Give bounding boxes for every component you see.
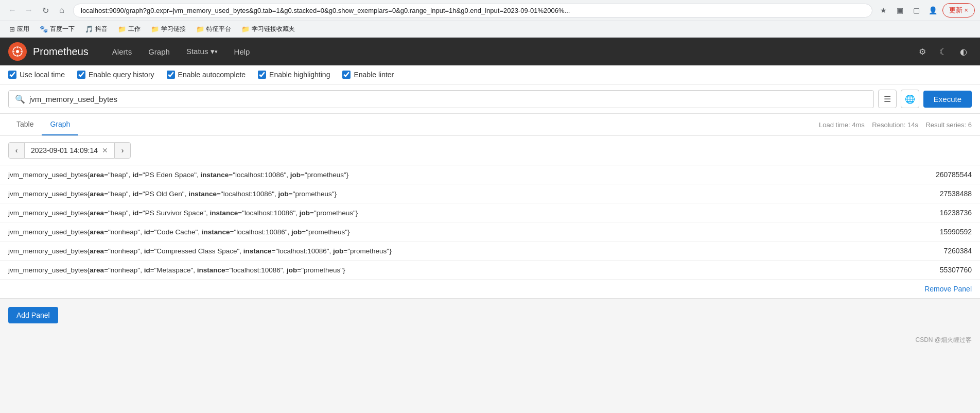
bookmark-feature-platform-label: 特征平台	[206, 25, 231, 33]
bookmarks-bar: ⊞ 应用 🐾 百度一下 🎵 抖音 📁 工作 📁 学习链接 📁 特征平台 📁 学习…	[0, 21, 980, 38]
checkbox-use-local-time[interactable]	[8, 71, 16, 79]
reload-button[interactable]: ↻	[38, 3, 52, 18]
screenshot-button[interactable]: ▢	[909, 3, 924, 18]
time-clear-button[interactable]: ✕	[102, 146, 108, 154]
back-button[interactable]: ←	[5, 3, 20, 18]
browser-chrome: ← → ↻ ⌂ localhost:9090/graph?g0.expr=jvm…	[0, 0, 980, 21]
bookmark-work-label: 工作	[128, 25, 141, 33]
label-highlighting: Enable highlighting	[269, 71, 330, 79]
prom-logo-icon	[8, 42, 27, 61]
query-input-wrap: 🔍	[8, 90, 874, 108]
query-input[interactable]	[29, 95, 867, 104]
label-use-local-time: Use local time	[20, 71, 65, 79]
bookmark-study-collection[interactable]: 📁 学习链接收藏夹	[237, 23, 299, 35]
search-icon: 🔍	[15, 94, 25, 104]
settings-icon-btn[interactable]: ⚙	[914, 43, 931, 60]
forward-button[interactable]: →	[22, 3, 36, 18]
nav-link-alerts[interactable]: Alerts	[104, 38, 140, 65]
nav-link-graph[interactable]: Graph	[140, 38, 178, 65]
table-row: jvm_memory_used_bytes{area="nonheap", id…	[0, 222, 980, 242]
browser-actions: ★ ▣ ▢ 👤 更新 ×	[877, 3, 975, 18]
checkbox-linter[interactable]	[342, 71, 351, 79]
table-row: jvm_memory_used_bytes{area="heap", id="P…	[0, 184, 980, 203]
metric-label: jvm_memory_used_bytes{area="nonheap", id…	[8, 247, 910, 255]
option-use-local-time[interactable]: Use local time	[8, 71, 65, 79]
metric-name: jvm_memory_used_bytes	[8, 209, 87, 217]
checkbox-autocomplete[interactable]	[167, 71, 175, 79]
remove-panel-link[interactable]: Remove Panel	[0, 280, 980, 298]
bookmark-star-button[interactable]: ★	[877, 3, 891, 18]
tab-table[interactable]: Table	[8, 114, 42, 135]
folder-icon-collection: 📁	[241, 25, 250, 33]
apps-icon: ⊞	[9, 25, 15, 33]
home-button[interactable]: ⌂	[55, 3, 69, 18]
add-panel-section: Add Panel	[0, 298, 980, 332]
metric-name: jvm_memory_used_bytes	[8, 171, 87, 179]
tabs-left: Table Graph	[8, 114, 78, 135]
footer-text: CSDN @烟火缠过客	[915, 336, 972, 343]
metric-value: 27538488	[910, 190, 972, 198]
metric-value: 15990592	[910, 228, 972, 236]
folder-icon-feature: 📁	[196, 25, 204, 33]
nav-link-status[interactable]: Status ▾	[178, 38, 226, 65]
option-autocomplete[interactable]: Enable autocomplete	[167, 71, 246, 79]
prometheus-svg-icon	[12, 46, 23, 57]
prom-logo: Prometheus	[8, 42, 89, 61]
tab-graph[interactable]: Graph	[42, 114, 78, 135]
data-rows-container: jvm_memory_used_bytes{area="heap", id="P…	[0, 165, 980, 280]
time-nav: ‹ 2023-09-01 14:09:14 ✕ ›	[0, 136, 980, 165]
results-area: Table Graph Load time: 4ms Resolution: 1…	[0, 114, 980, 298]
table-row: jvm_memory_used_bytes{area="heap", id="P…	[0, 203, 980, 222]
bookmark-apps-label: 应用	[17, 25, 29, 33]
table-row: jvm_memory_used_bytes{area="nonheap", id…	[0, 242, 980, 261]
bookmark-apps[interactable]: ⊞ 应用	[5, 23, 33, 35]
checkbox-highlighting[interactable]	[258, 71, 266, 79]
bookmark-work[interactable]: 📁 工作	[114, 23, 145, 35]
metric-value: 55307760	[910, 266, 972, 274]
metric-label: jvm_memory_used_bytes{area="nonheap", id…	[8, 228, 910, 236]
folder-icon-study: 📁	[151, 25, 159, 33]
tabs-meta: Load time: 4ms Resolution: 14s Result se…	[819, 115, 972, 135]
result-series: Result series: 6	[925, 121, 972, 129]
metric-name: jvm_memory_used_bytes	[8, 190, 87, 198]
time-prev-button[interactable]: ‹	[8, 142, 25, 159]
metric-label: jvm_memory_used_bytes{area="heap", id="P…	[8, 209, 910, 217]
bookmark-feature-platform[interactable]: 📁 特征平台	[192, 23, 235, 35]
metric-value: 7260384	[910, 247, 972, 255]
metric-name: jvm_memory_used_bytes	[8, 247, 87, 255]
cast-button[interactable]: ▣	[893, 3, 907, 18]
prom-navbar: Prometheus Alerts Graph Status ▾ Help ⚙ …	[0, 38, 980, 65]
bookmark-study-links-label: 学习链接	[161, 25, 186, 33]
contrast-icon-btn[interactable]: ◐	[955, 43, 972, 60]
options-bar: Use local time Enable query history Enab…	[0, 65, 980, 84]
label-query-history: Enable query history	[89, 71, 154, 79]
metric-label: jvm_memory_used_bytes{area="nonheap", id…	[8, 266, 910, 274]
metric-value: 260785544	[910, 170, 972, 179]
tabs-bar: Table Graph Load time: 4ms Resolution: 1…	[0, 114, 980, 136]
nav-link-help[interactable]: Help	[226, 38, 258, 65]
label-autocomplete: Enable autocomplete	[178, 71, 246, 79]
option-query-history[interactable]: Enable query history	[77, 71, 154, 79]
time-next-button[interactable]: ›	[114, 142, 131, 159]
bookmark-baidu[interactable]: 🐾 百度一下	[36, 23, 79, 35]
format-query-button[interactable]: ☰	[878, 90, 897, 108]
moon-icon-btn[interactable]: ☾	[935, 43, 951, 60]
add-panel-button[interactable]: Add Panel	[8, 307, 58, 323]
profile-button[interactable]: 👤	[926, 3, 940, 18]
execute-button[interactable]: Execute	[923, 91, 972, 108]
query-bar: 🔍 ☰ 🌐 Execute	[0, 84, 980, 114]
address-bar[interactable]: localhost:9090/graph?g0.expr=jvm_memory_…	[73, 4, 872, 18]
metric-name: jvm_memory_used_bytes	[8, 228, 87, 236]
checkbox-query-history[interactable]	[77, 71, 85, 79]
metrics-explorer-button[interactable]: 🌐	[901, 90, 919, 108]
bookmark-douyin[interactable]: 🎵 抖音	[81, 23, 112, 35]
update-button[interactable]: 更新 ×	[942, 3, 975, 18]
datetime-text: 2023-09-01 14:09:14	[31, 146, 98, 154]
bookmark-study-links[interactable]: 📁 学习链接	[147, 23, 190, 35]
prom-logo-text: Prometheus	[33, 46, 89, 58]
prom-nav-icons: ⚙ ☾ ◐	[914, 43, 972, 60]
bookmark-douyin-label: 抖音	[95, 25, 108, 33]
label-linter: Enable linter	[354, 71, 394, 79]
option-linter[interactable]: Enable linter	[342, 71, 394, 79]
option-highlighting[interactable]: Enable highlighting	[258, 71, 330, 79]
